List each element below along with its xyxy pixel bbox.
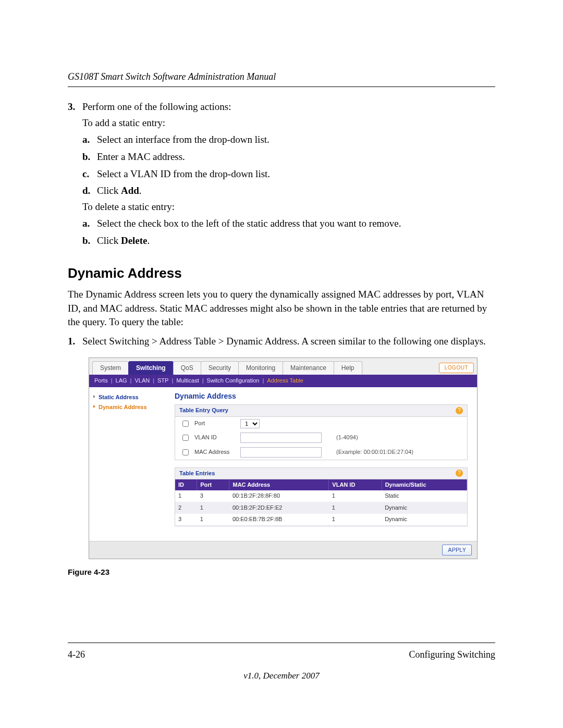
port-checkbox[interactable] bbox=[182, 421, 189, 427]
footer-section: Configuring Switching bbox=[409, 648, 496, 661]
tab-switching[interactable]: Switching bbox=[128, 361, 174, 375]
query-panel: Table Entry Query ? Port 1 VLAN ID bbox=[175, 404, 468, 460]
sub-nav-bar: Ports| LAG| VLAN| STP| Multicast| Switch… bbox=[89, 375, 477, 387]
manual-title: GS108T Smart Switch Software Administrat… bbox=[68, 70, 495, 83]
col-vlan: VLAN ID bbox=[329, 479, 382, 490]
mac-checkbox[interactable] bbox=[182, 449, 189, 455]
substep-a-label: a. bbox=[82, 133, 97, 147]
table-row: 1 3 00:1B:2F:28:8F:80 1 Static bbox=[175, 490, 467, 502]
vlan-label: VLAN ID bbox=[194, 434, 236, 441]
substep-a-text: Select an interface from the drop-down l… bbox=[97, 133, 270, 147]
table-row: 2 1 00:1B:2F:2D:EF:E2 1 Dynamic bbox=[175, 502, 467, 513]
entries-panel-title: Table Entries bbox=[179, 470, 215, 477]
section-paragraph: The Dynamic Address screen lets you to q… bbox=[68, 288, 495, 329]
tab-help[interactable]: Help bbox=[334, 361, 362, 375]
vlan-input[interactable] bbox=[240, 433, 322, 443]
mac-input[interactable] bbox=[240, 447, 322, 458]
subnav-multicast[interactable]: Multicast bbox=[176, 377, 199, 385]
step-3-number: 3. bbox=[68, 100, 82, 114]
tab-qos[interactable]: QoS bbox=[173, 361, 201, 375]
tab-monitoring[interactable]: Monitoring bbox=[238, 361, 283, 375]
tab-maintenance[interactable]: Maintenance bbox=[283, 361, 334, 375]
vlan-checkbox[interactable] bbox=[182, 435, 189, 441]
substep-d-label: d. bbox=[82, 184, 97, 198]
col-port: Port bbox=[197, 479, 229, 490]
delete-bold: Delete bbox=[121, 235, 148, 246]
add-static-intro: To add a static entry: bbox=[82, 116, 495, 130]
table-row: 3 1 00:E0:EB:7B:2F:8B 1 Dynamic bbox=[175, 514, 467, 525]
delete-static-intro: To delete a static entry: bbox=[82, 200, 495, 214]
col-mac: MAC Address bbox=[229, 479, 329, 490]
mac-label: MAC Address bbox=[194, 448, 236, 456]
embedded-screenshot: System Switching QoS Security Monitoring… bbox=[89, 357, 478, 559]
substep-d-text: Click Add. bbox=[97, 184, 142, 198]
footer-version: v1.0, December 2007 bbox=[68, 670, 495, 682]
entries-table: ID Port MAC Address VLAN ID Dynamic/Stat… bbox=[175, 479, 467, 526]
del-b-label: b. bbox=[82, 234, 97, 248]
vlan-hint: (1-4094) bbox=[336, 434, 358, 441]
del-a-text: Select the check box to the left of the … bbox=[97, 217, 401, 231]
logout-button[interactable]: LOGOUT bbox=[439, 363, 474, 373]
mac-hint: (Example: 00:00:01:DE:27:04) bbox=[336, 448, 413, 456]
col-id: ID bbox=[175, 479, 197, 490]
page-number: 4-26 bbox=[68, 648, 85, 661]
figure-caption: Figure 4-23 bbox=[68, 566, 495, 577]
sidebar-dynamic-address[interactable]: Dynamic Address bbox=[93, 402, 170, 412]
main-tab-bar: System Switching QoS Security Monitoring… bbox=[89, 358, 477, 375]
help-icon[interactable]: ? bbox=[456, 470, 463, 477]
section-heading-dynamic-address: Dynamic Address bbox=[68, 264, 495, 282]
step-1-number: 1. bbox=[68, 335, 82, 349]
sidebar-static-address[interactable]: Static Address bbox=[93, 392, 170, 402]
step-1-text: Select Switching > Address Table > Dynam… bbox=[82, 335, 486, 349]
tab-security[interactable]: Security bbox=[201, 361, 239, 375]
header-rule bbox=[68, 87, 495, 87]
help-icon[interactable]: ? bbox=[456, 407, 463, 414]
sidebar: Static Address Dynamic Address bbox=[89, 387, 175, 541]
del-a-label: a. bbox=[82, 217, 97, 231]
substep-b-label: b. bbox=[82, 150, 97, 164]
tab-system[interactable]: System bbox=[92, 361, 129, 375]
add-bold: Add bbox=[121, 185, 139, 196]
col-dyn: Dynamic/Static bbox=[382, 479, 467, 490]
footer-rule bbox=[68, 643, 495, 643]
subnav-switch-config[interactable]: Switch Configuration bbox=[207, 377, 260, 385]
substep-c-label: c. bbox=[82, 167, 97, 181]
apply-button[interactable]: APPLY bbox=[442, 545, 472, 556]
port-select[interactable]: 1 bbox=[240, 419, 260, 428]
subnav-vlan[interactable]: VLAN bbox=[134, 377, 150, 385]
query-panel-title: Table Entry Query bbox=[179, 406, 228, 414]
port-label: Port bbox=[194, 419, 236, 427]
panel-title: Dynamic Address bbox=[175, 391, 468, 402]
substep-c-text: Select a VLAN ID from the drop-down list… bbox=[97, 167, 270, 181]
substep-b-text: Enter a MAC address. bbox=[97, 150, 185, 164]
step-3-text: Perform one of the following actions: bbox=[82, 100, 231, 114]
del-b-text: Click Delete. bbox=[97, 234, 150, 248]
subnav-lag[interactable]: LAG bbox=[116, 377, 127, 385]
subnav-ports[interactable]: Ports bbox=[94, 377, 108, 385]
entries-panel: Table Entries ? ID Port MAC Address VLAN… bbox=[175, 467, 468, 526]
subnav-address-table[interactable]: Address Table bbox=[267, 377, 303, 385]
subnav-stp[interactable]: STP bbox=[157, 377, 168, 385]
